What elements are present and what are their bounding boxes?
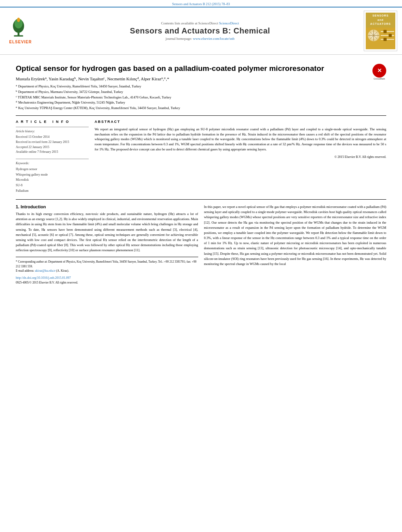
abstract-section-title: ABSTRACT: [95, 120, 386, 124]
journal-homepage: journal homepage: www.elsevier.com/locat…: [40, 37, 360, 41]
keywords-label: Keywords:: [16, 161, 89, 165]
svg-rect-5: [14, 35, 23, 37]
article-history-label: Article history:: [16, 130, 89, 133]
intro-heading: 1. Introduction: [16, 204, 198, 209]
footnote-area: * Corresponding author at: Department of…: [16, 257, 198, 284]
affiliation-a: ᵃ Department of Physics, Koç University,…: [16, 84, 386, 89]
svg-point-8: [370, 32, 377, 39]
title-section: ✕ CrossMark Optical sensor for hydrogen …: [16, 64, 386, 74]
svg-point-4: [17, 18, 20, 22]
sensors-logo-label: SENSORS and ACTUATORS: [366, 13, 395, 28]
journal-ref-text: Sensors and Actuators B 212 (2015) 78–83: [172, 2, 230, 6]
sensors-logo-svg: [366, 28, 395, 49]
keyword-4: SU-8: [16, 183, 89, 188]
sensors-logo-image: [366, 28, 395, 49]
footnote-email: akiraz@ku.edu.tr: [35, 269, 56, 272]
svg-rect-17: [389, 34, 392, 37]
body-left-col: 1. Introduction Thanks to its high energ…: [16, 204, 198, 284]
affiliations: ᵃ Department of Physics, Koç University,…: [16, 84, 386, 111]
crossmark-label: CrossMark: [372, 78, 386, 80]
article-info-section-title: A R T I C L E I N F O: [16, 120, 89, 124]
revised-date: Received in revised form 22 January 2015: [16, 140, 89, 145]
received-date: Received 13 October 2014: [16, 135, 89, 140]
article-container: ✕ CrossMark Optical sensor for hydrogen …: [0, 55, 402, 291]
available-date: Available online 7 February 2015: [16, 150, 89, 155]
article-title: Optical sensor for hydrogen gas based on…: [16, 64, 386, 74]
intro-left-text: Thanks to its high energy conversion eff…: [16, 211, 198, 253]
affiliation-b: ᵇ Department of Physics, Marmara Univers…: [16, 89, 386, 95]
article-info-abstract-section: A R T I C L E I N F O Article history: R…: [16, 115, 386, 193]
svg-rect-18: [383, 38, 387, 41]
keywords-box: Keywords: Hydrogen sensor Whispering gal…: [16, 159, 89, 193]
crossmark-badge: ✕ CrossMark: [372, 64, 386, 78]
abstract-text: We report an integrated optical sensor o…: [95, 127, 386, 152]
sciencedirect-link: Contents lists available at ScienceDirec…: [40, 21, 360, 25]
accepted-date: Accepted 22 January 2015: [16, 145, 89, 150]
footnote-email-text: E-mail address: akiraz@ku.edu.tr (A. Kir…: [16, 269, 198, 273]
intro-right-text: In this paper, we report a novel optical…: [204, 204, 387, 267]
footnote-star-text: * Corresponding author at: Department of…: [16, 260, 198, 269]
keyword-2: Whispering gallery mode: [16, 172, 89, 178]
sensors-logo: SENSORS and ACTUATORS: [364, 11, 397, 51]
elsevier-svg-icon: [5, 17, 32, 39]
keyword-5: Palladium: [16, 188, 89, 194]
abstract-copyright: © 2015 Elsevier B.V. All rights reserved…: [95, 155, 386, 159]
article-info-col: A R T I C L E I N F O Article history: R…: [16, 120, 89, 193]
affiliation-e: ᵉ Koç University TÜPRAŞ Energy Center (K…: [16, 106, 386, 111]
abstract-col: ABSTRACT We report an integrated optical…: [95, 120, 386, 193]
article-info-box: Article history: Received 13 October 201…: [16, 127, 89, 155]
svg-rect-16: [383, 30, 387, 33]
svg-rect-6: [366, 28, 395, 49]
affiliation-d: ᵈ Mechatronics Engineering Department, N…: [16, 100, 386, 105]
affiliation-c: ᶜ TÜBİTAK MRC Materials Institute, Senso…: [16, 95, 386, 100]
crossmark-icon: ✕: [372, 64, 386, 78]
svg-line-12: [370, 32, 378, 39]
svg-point-7: [368, 30, 379, 41]
journal-title: Sensors and Actuators B: Chemical: [40, 26, 360, 35]
body-right-col: In this paper, we report a novel optical…: [204, 204, 387, 284]
keywords-list: Hydrogen sensor Whispering gallery mode …: [16, 167, 89, 193]
elsevier-logo: ELSEVIER: [5, 17, 36, 44]
article-body: 1. Introduction Thanks to its high energ…: [16, 199, 386, 284]
keyword-1: Hydrogen sensor: [16, 167, 89, 172]
authors-line: Mustafa Eryürekᵃ, Yasin Karadagᵇ, Nevin …: [16, 76, 386, 82]
journal-center: Contents lists available at ScienceDirec…: [40, 21, 360, 41]
footer-copyright: 0925-4005/© 2015 Elsevier B.V. All right…: [16, 281, 198, 284]
svg-line-11: [370, 32, 378, 39]
journal-header: ELSEVIER Contents lists available at Sci…: [0, 7, 402, 55]
doi-link[interactable]: http://dx.doi.org/10.1016/j.snb.2015.01.…: [16, 276, 198, 280]
homepage-url: www.elsevier.com/locate/snb: [193, 37, 234, 41]
keyword-3: Microdisk: [16, 177, 89, 183]
sciencedirect-brand: ScienceDirect: [219, 21, 239, 25]
article-dates: Received 13 October 2014 Received in rev…: [16, 135, 89, 155]
journal-ref-top: Sensors and Actuators B 212 (2015) 78–83: [0, 0, 402, 7]
elsevier-label: ELSEVIER: [5, 40, 36, 44]
